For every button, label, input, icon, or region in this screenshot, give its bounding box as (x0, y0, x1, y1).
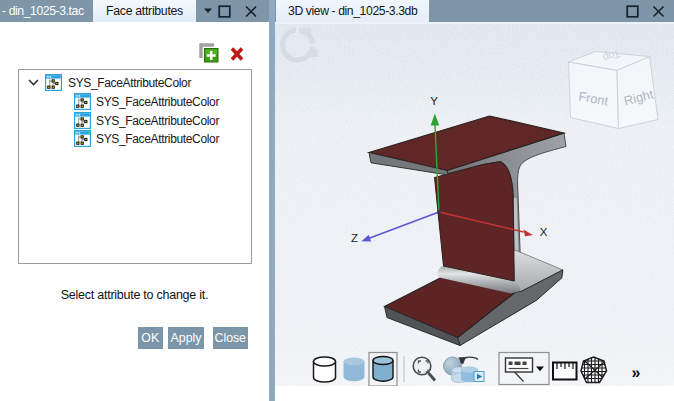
svg-text:X: X (539, 226, 547, 238)
svg-text:Y: Y (430, 95, 438, 107)
svg-text:Z: Z (350, 232, 357, 244)
svg-text:»: » (631, 364, 640, 381)
